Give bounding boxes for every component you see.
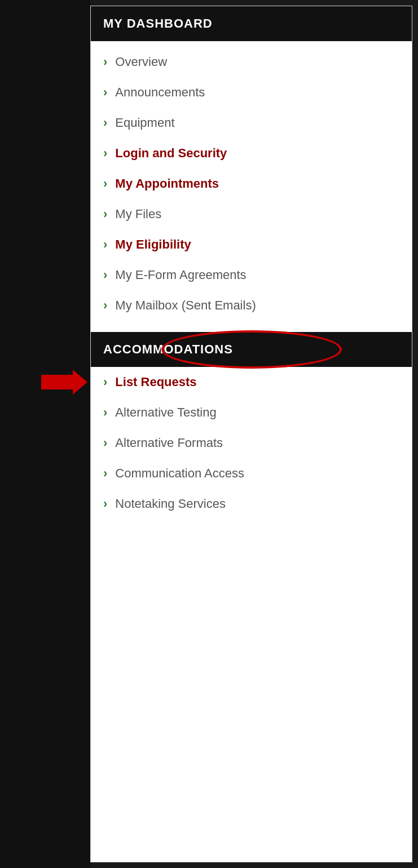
sidebar-item-login-security[interactable]: › Login and Security <box>91 138 412 169</box>
accommodations-header: ACCOMMODATIONS <box>91 332 412 367</box>
chevron-icon-alternative-formats: › <box>103 436 107 450</box>
sidebar-item-eform-agreements[interactable]: › My E-Form Agreements <box>91 260 412 290</box>
arrow-tip <box>73 370 87 395</box>
chevron-icon-overview: › <box>103 55 107 69</box>
accommodations-section: ACCOMMODATIONS › List Requests <box>91 332 412 519</box>
dashboard-nav-list: › Overview › Announcements › Equipment ›… <box>91 41 412 326</box>
red-arrow <box>41 375 75 389</box>
arrow-shaft <box>41 375 75 389</box>
accommodations-header-wrapper: ACCOMMODATIONS <box>91 332 412 367</box>
sidebar-item-alternative-testing[interactable]: › Alternative Testing <box>91 397 412 428</box>
chevron-icon-communication-access: › <box>103 466 107 481</box>
sidebar-item-equipment[interactable]: › Equipment <box>91 108 412 138</box>
chevron-icon-announcements: › <box>103 85 107 100</box>
sidebar-item-overview[interactable]: › Overview <box>91 47 412 77</box>
page-wrapper: MY DASHBOARD › Overview › Announcements … <box>0 0 418 868</box>
sidebar-item-my-eligibility[interactable]: › My Eligibility <box>91 229 412 260</box>
chevron-icon-login-security: › <box>103 146 107 161</box>
chevron-icon-my-eligibility: › <box>103 237 107 252</box>
sidebar-item-notetaking-services[interactable]: › Notetaking Services <box>91 489 412 519</box>
chevron-icon-my-mailbox: › <box>103 298 107 313</box>
chevron-icon-notetaking-services: › <box>103 497 107 511</box>
sidebar-item-list-requests[interactable]: › List Requests <box>91 367 412 397</box>
sidebar-item-alternative-formats[interactable]: › Alternative Formats <box>91 428 412 458</box>
sidebar-item-my-appointments[interactable]: › My Appointments <box>91 169 412 199</box>
chevron-icon-list-requests: › <box>103 375 107 389</box>
chevron-icon-my-appointments: › <box>103 176 107 191</box>
dashboard-header: MY DASHBOARD <box>91 6 412 41</box>
left-black-bar <box>0 0 90 868</box>
sidebar-item-communication-access[interactable]: › Communication Access <box>91 458 412 489</box>
chevron-icon-eform-agreements: › <box>103 268 107 282</box>
sidebar-item-my-mailbox[interactable]: › My Mailbox (Sent Emails) <box>91 290 412 321</box>
sidebar-item-announcements[interactable]: › Announcements <box>91 77 412 108</box>
chevron-icon-my-files: › <box>103 207 107 222</box>
chevron-icon-alternative-testing: › <box>103 405 107 420</box>
accommodations-nav-list: › List Requests › Alternative Testing › … <box>91 367 412 519</box>
sidebar: MY DASHBOARD › Overview › Announcements … <box>90 6 412 862</box>
chevron-icon-equipment: › <box>103 116 107 130</box>
sidebar-item-my-files[interactable]: › My Files <box>91 199 412 229</box>
